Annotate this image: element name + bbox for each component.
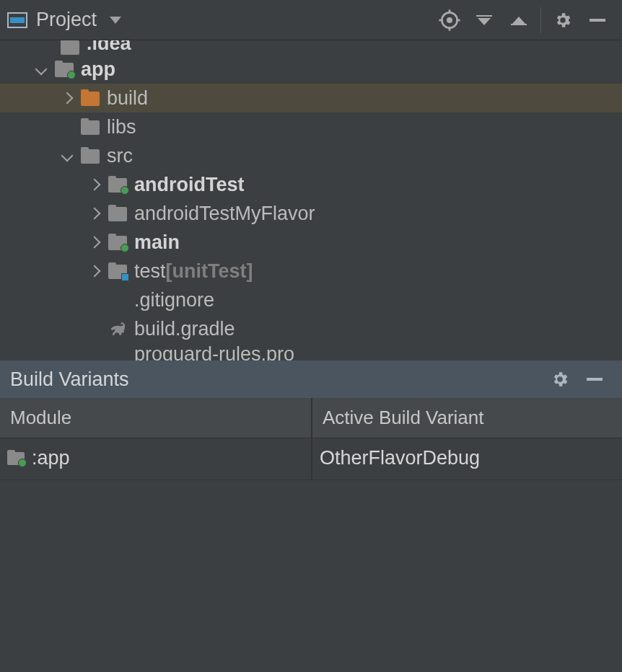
tree-row-proguard[interactable]: proguard-rules.pro <box>0 343 622 361</box>
chevron-right-icon[interactable] <box>88 207 101 220</box>
gear-icon[interactable] <box>548 368 571 391</box>
project-toolbar: Project <box>0 0 622 40</box>
tree-label: app <box>81 58 115 81</box>
locate-icon[interactable] <box>438 9 461 32</box>
tree-label: androidTest <box>134 174 245 196</box>
chevron-down-icon[interactable] <box>61 149 74 162</box>
column-header-module[interactable]: Module <box>0 398 311 438</box>
tree-row-clipped[interactable]: .idea <box>0 40 622 55</box>
chevron-right-icon[interactable] <box>88 178 101 191</box>
folder-icon <box>61 40 79 55</box>
minimize-icon[interactable] <box>586 9 609 32</box>
tree-row-androidtest[interactable]: androidTest <box>0 170 622 199</box>
project-view-icon <box>7 12 27 28</box>
tree-row-androidtestmyflavor[interactable]: androidTestMyFlavor <box>0 199 622 228</box>
module-folder-icon <box>7 452 25 465</box>
tree-label: .gitignore <box>134 289 214 311</box>
tree-label: src <box>107 145 133 167</box>
tree-label: androidTestMyFlavor <box>134 203 315 225</box>
variant-name: OtherFlavorDebug <box>320 447 480 469</box>
tree-label: build <box>107 87 148 110</box>
tree-row-main[interactable]: main <box>0 228 622 257</box>
project-panel-title[interactable]: Project <box>36 9 97 31</box>
chevron-right-icon[interactable] <box>88 236 101 249</box>
gear-icon[interactable] <box>551 9 574 32</box>
tree-label: libs <box>107 116 136 138</box>
tree-row-gitignore[interactable]: .gitignore <box>0 286 622 314</box>
tree-label: build.gradle <box>134 318 235 340</box>
tree-row-app[interactable]: app <box>0 55 622 84</box>
variant-cell[interactable]: OtherFlavorDebug <box>311 438 622 480</box>
folder-icon <box>81 120 100 135</box>
gradle-file-icon <box>107 321 127 337</box>
module-folder-icon <box>55 63 74 77</box>
module-cell[interactable]: :app <box>0 438 311 480</box>
module-name: :app <box>32 447 70 469</box>
tree-row-buildgradle[interactable]: build.gradle <box>0 314 622 343</box>
tree-row-test[interactable]: test [unitTest] <box>0 257 622 286</box>
toolbar-separator <box>540 7 541 33</box>
test-folder-icon <box>108 265 127 279</box>
build-variants-header: Build Variants <box>0 361 622 398</box>
chevron-down-icon[interactable] <box>35 63 48 76</box>
folder-icon <box>81 149 100 164</box>
build-folder-icon <box>81 92 100 106</box>
svg-point-1 <box>447 18 451 22</box>
tree-label: .idea <box>87 40 131 55</box>
project-tree[interactable]: .idea app build libs src androidTest and… <box>0 40 622 361</box>
collapse-all-icon[interactable] <box>507 9 530 32</box>
tree-row-build[interactable]: build <box>0 84 622 112</box>
column-header-variant[interactable]: Active Build Variant <box>311 398 622 438</box>
gitignore-file-icon <box>108 292 127 308</box>
text-file-icon <box>108 343 127 359</box>
tree-row-libs[interactable]: libs <box>0 112 622 141</box>
build-variants-table: Module Active Build Variant :app OtherFl… <box>0 398 622 480</box>
tree-label: proguard-rules.pro <box>134 343 294 361</box>
minimize-icon[interactable] <box>583 368 606 391</box>
tree-label: test <box>134 260 166 283</box>
build-variants-title: Build Variants <box>10 368 129 391</box>
project-view-dropdown-icon[interactable] <box>110 17 121 24</box>
expand-all-icon[interactable] <box>473 9 496 32</box>
tree-row-src[interactable]: src <box>0 141 622 170</box>
chevron-right-icon[interactable] <box>88 265 101 278</box>
folder-icon <box>108 207 127 221</box>
chevron-right-icon[interactable] <box>61 92 74 105</box>
tree-label: main <box>134 231 180 254</box>
sourceset-folder-icon <box>108 178 127 193</box>
build-variants-empty-area <box>0 480 622 672</box>
sourceset-folder-icon <box>108 236 127 250</box>
tree-suffix: [unitTest] <box>166 260 253 283</box>
